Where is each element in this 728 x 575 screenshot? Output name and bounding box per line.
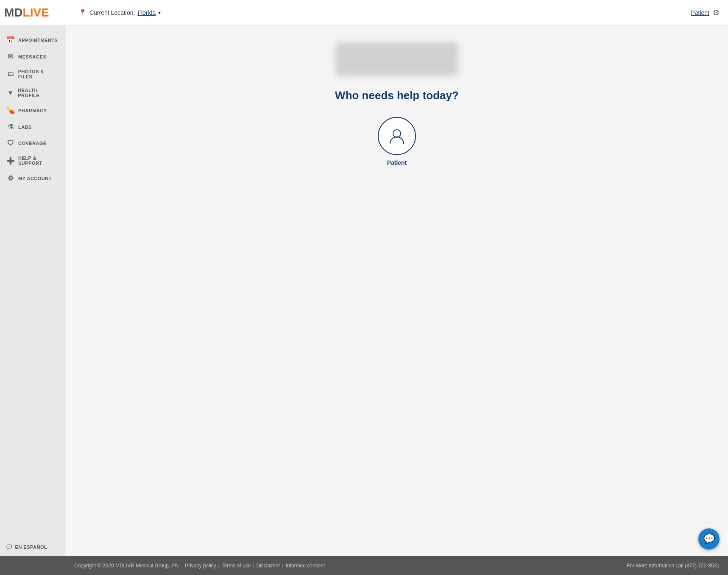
location-link[interactable]: Florida: [137, 9, 156, 16]
footer-links: Copyright © 2020 MDLIVE Medical Group, P…: [74, 563, 325, 569]
footer-terms-of-use[interactable]: Terms of use: [222, 563, 251, 569]
messages-icon: ✉: [6, 53, 15, 61]
chat-fab-button[interactable]: 💬: [698, 528, 720, 550]
chat-fab-icon: 💬: [703, 533, 715, 544]
avatar-circle: [378, 117, 416, 155]
sidebar-label-pharmacy: PHARMACY: [18, 108, 47, 113]
en-espanol-button[interactable]: 💬 EN ESPAÑOL: [6, 544, 59, 550]
sidebar-item-help-support[interactable]: ➕HELP & SUPPORT: [0, 151, 66, 170]
location-caret-icon: ▾: [158, 10, 161, 16]
sidebar-item-labs[interactable]: ⚗LABS: [0, 119, 66, 135]
sidebar-label-labs: LABS: [18, 125, 32, 130]
footer: Copyright © 2020 MDLIVE Medical Group, P…: [0, 556, 728, 575]
coverage-icon: 🛡: [6, 139, 15, 147]
sidebar-label-appointments: APPOINTMENTS: [18, 38, 58, 43]
svg-point-0: [393, 130, 401, 137]
gear-icon[interactable]: ⚙: [713, 8, 720, 17]
sidebar-item-my-account[interactable]: ⚙MY ACCOUNT: [0, 170, 66, 186]
sidebar-item-pharmacy[interactable]: 💊PHARMACY: [0, 102, 66, 119]
appointments-icon: 📅: [6, 36, 15, 44]
labs-icon: ⚗: [6, 123, 15, 131]
footer-copyright[interactable]: Copyright © 2020 MDLIVE Medical Group, P…: [74, 563, 179, 569]
patient-label: Patient: [387, 159, 407, 166]
sidebar-item-coverage[interactable]: 🛡COVERAGE: [0, 135, 66, 151]
person-icon: [387, 126, 407, 146]
location-bar: 📍 Current Location: Florida ▾: [70, 8, 691, 17]
layout: 📅APPOINTMENTS✉MESSAGES🗂PHOTOS & FILES♥HE…: [0, 25, 728, 575]
main-content: Who needs help today? Patient: [66, 25, 728, 575]
page-title: Who needs help today?: [335, 89, 459, 102]
footer-phone-number[interactable]: (877) 722-8531: [685, 563, 720, 569]
location-pin-icon: 📍: [78, 8, 87, 17]
sidebar-label-messages: MESSAGES: [18, 54, 46, 59]
banner-blurred: [335, 42, 458, 76]
location-prefix: Current Location:: [89, 9, 135, 16]
sidebar-bottom: 💬 EN ESPAÑOL: [0, 538, 66, 556]
footer-disclaimer[interactable]: Disclaimer: [257, 563, 280, 569]
sidebar-nav: 📅APPOINTMENTS✉MESSAGES🗂PHOTOS & FILES♥HE…: [0, 32, 66, 186]
footer-phone: For More Information call (877) 722-8531: [627, 563, 720, 569]
sidebar: 📅APPOINTMENTS✉MESSAGES🗂PHOTOS & FILES♥HE…: [0, 25, 66, 556]
logo-live: LIVE: [23, 6, 49, 19]
patient-avatar-button[interactable]: Patient: [378, 117, 416, 166]
photos-files-icon: 🗂: [6, 70, 15, 78]
pharmacy-icon: 💊: [6, 106, 15, 114]
my-account-icon: ⚙: [6, 174, 15, 182]
sidebar-label-help-support: HELP & SUPPORT: [18, 156, 59, 166]
header-right: Patient ⚙: [691, 8, 720, 17]
sidebar-label-health-profile: HEALTH PROFILE: [18, 88, 59, 98]
sidebar-item-appointments[interactable]: 📅APPOINTMENTS: [0, 32, 66, 48]
sidebar-item-health-profile[interactable]: ♥HEALTH PROFILE: [0, 83, 66, 102]
sidebar-label-my-account: MY ACCOUNT: [18, 176, 52, 181]
sidebar-item-messages[interactable]: ✉MESSAGES: [0, 48, 66, 65]
logo-md: MD: [4, 6, 23, 19]
footer-privacy-policy[interactable]: Privacy policy: [185, 563, 216, 569]
logo: MDLIVE: [4, 6, 70, 19]
patient-header-link[interactable]: Patient: [691, 9, 709, 16]
help-support-icon: ➕: [6, 157, 15, 165]
chat-icon: 💬: [6, 544, 13, 550]
header: MDLIVE 📍 Current Location: Florida ▾ Pat…: [0, 0, 728, 25]
sidebar-label-coverage: COVERAGE: [18, 141, 47, 146]
en-espanol-label: EN ESPAÑOL: [15, 544, 47, 550]
sidebar-item-photos-files[interactable]: 🗂PHOTOS & FILES: [0, 65, 66, 83]
footer-phone-text: For More Information call: [627, 563, 683, 569]
sidebar-label-photos-files: PHOTOS & FILES: [18, 69, 59, 79]
health-profile-icon: ♥: [6, 89, 14, 97]
footer-informed-consent[interactable]: Informed consent: [286, 563, 325, 569]
